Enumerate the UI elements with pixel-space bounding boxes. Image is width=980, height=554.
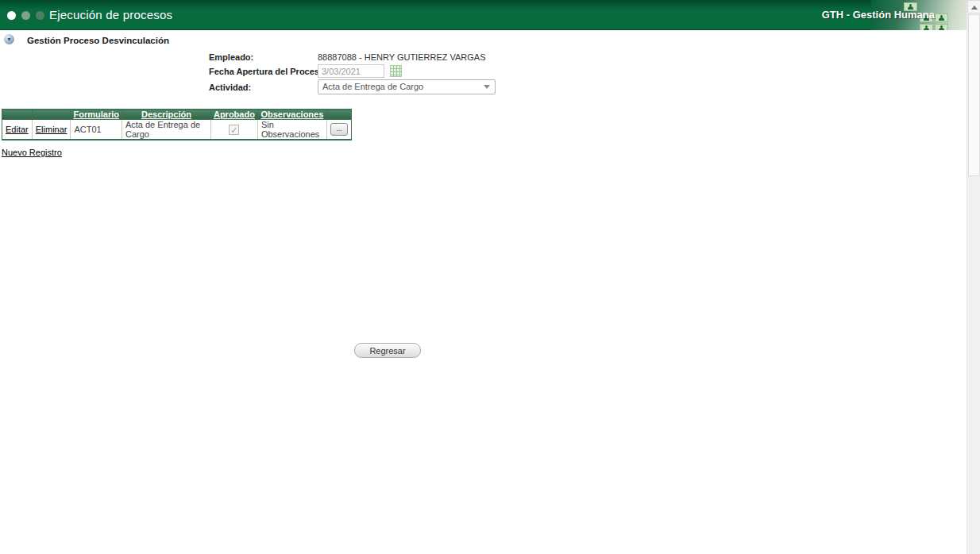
nuevo-registro-link[interactable]: Nuevo Registro	[2, 148, 62, 157]
aprobado-checkbox: ✓	[229, 125, 239, 135]
page-title: Gestión Proceso Desvinculación	[27, 36, 169, 45]
app-window: Ejecución de procesos GTH - Gestión Huma…	[0, 0, 980, 554]
status-dots	[7, 11, 44, 20]
app-badge: GTH - Gestión Humana	[822, 0, 935, 30]
header-edit	[2, 110, 33, 120]
empleado-value: 88887088 - HENRY GUTIERREZ VARGAS	[318, 52, 486, 62]
person-icon	[935, 24, 948, 30]
actividad-label: Actividad:	[209, 83, 251, 92]
table-row: Editar Eliminar ACT01 Acta de Entrega de…	[2, 120, 352, 140]
fecha-input[interactable]	[318, 64, 384, 78]
table-header-row: Formulario Descripción Aprobado Observac…	[2, 110, 352, 120]
person-icon	[935, 13, 948, 22]
editar-link[interactable]: Editar	[6, 125, 29, 134]
header-descripcion[interactable]: Descripción	[122, 110, 210, 120]
header-delete	[32, 110, 71, 120]
top-header-bar: Ejecución de procesos GTH - Gestión Huma…	[0, 0, 966, 30]
regresar-button[interactable]: Regresar	[354, 343, 421, 358]
dot-icon-dark-green	[36, 11, 44, 20]
header-observaciones[interactable]: Observaciones	[257, 110, 326, 120]
actividad-selected-value: Acta de Entrega de Cargo	[322, 80, 423, 94]
dot-icon-white	[7, 11, 16, 20]
eliminar-link[interactable]: Eliminar	[36, 125, 68, 134]
cell-observaciones: Sin Observaciones	[257, 120, 326, 140]
window-title: Ejecución de procesos	[49, 0, 172, 30]
vertical-scrollbar[interactable]	[966, 0, 980, 554]
calendar-icon[interactable]	[390, 65, 402, 77]
actividad-dropdown[interactable]: Acta de Entrega de Cargo	[318, 79, 496, 94]
ellipsis-button[interactable]: ...	[330, 123, 348, 136]
scrollbar-thumb[interactable]	[968, 14, 980, 176]
header-formulario[interactable]: Formulario	[71, 110, 122, 120]
scroll-up-arrow-icon[interactable]	[967, 0, 980, 13]
down-arrow-orb-icon[interactable]: ▼	[4, 34, 14, 44]
empleado-label: Empleado:	[209, 52, 253, 62]
cell-formulario: ACT01	[71, 120, 122, 140]
process-forms-table: Formulario Descripción Aprobado Observac…	[2, 109, 352, 140]
dot-icon-green	[21, 11, 30, 20]
chevron-down-icon	[484, 85, 490, 89]
cell-descripcion: Acta de Entrega de Cargo	[122, 120, 210, 140]
header-actions	[326, 110, 351, 120]
fecha-label: Fecha Apertura del Proceso:	[209, 67, 327, 76]
header-aprobado[interactable]: Aprobado	[210, 110, 257, 120]
